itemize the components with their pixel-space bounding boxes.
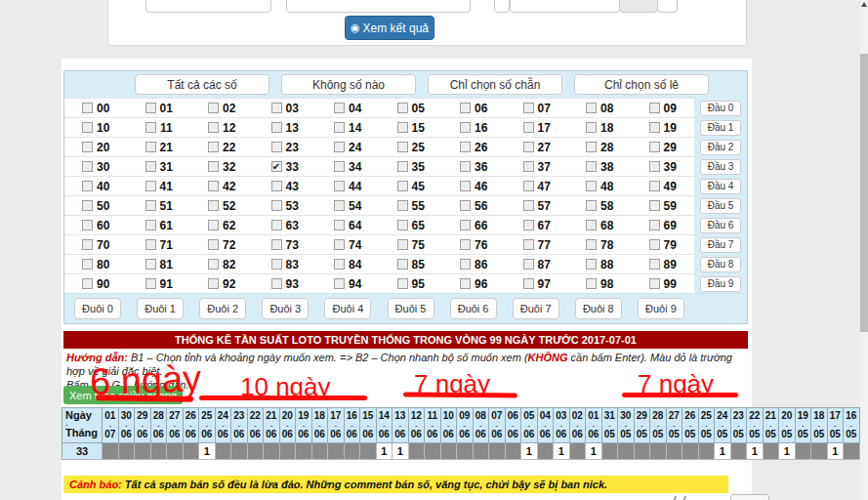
number-cell[interactable]: 07 [506, 99, 569, 117]
number-cell[interactable]: 73 [254, 235, 317, 254]
number-checkbox[interactable] [523, 161, 534, 172]
number-cell[interactable]: 41 [128, 177, 191, 195]
number-checkbox[interactable] [460, 181, 471, 191]
dau-button[interactable]: Đầu 6 [700, 218, 742, 233]
scrollbar-thumb[interactable] [860, 54, 868, 332]
scroll-up-icon[interactable] [861, 2, 867, 7]
number-checkbox[interactable] [145, 181, 156, 191]
number-checkbox[interactable] [334, 161, 345, 172]
quick-select-button[interactable]: Không số nào [281, 74, 416, 95]
number-cell[interactable]: ✔33 [254, 157, 317, 176]
number-cell[interactable]: 92 [190, 274, 254, 293]
number-checkbox[interactable] [208, 122, 219, 133]
quick-select-button[interactable]: Chỉ chọn số chẵn [428, 74, 562, 95]
number-checkbox[interactable] [334, 142, 345, 152]
dau-button[interactable]: Đầu 9 [700, 276, 742, 292]
number-checkbox[interactable]: ✔ [271, 161, 282, 172]
number-checkbox[interactable] [460, 142, 471, 152]
number-cell[interactable]: 62 [190, 216, 254, 234]
number-checkbox[interactable] [460, 200, 471, 211]
number-checkbox[interactable] [82, 103, 93, 113]
number-checkbox[interactable] [82, 142, 93, 152]
number-cell[interactable]: 77 [506, 235, 569, 254]
view-results-button[interactable]: ◉ Xem kết quả [345, 16, 434, 40]
number-cell[interactable]: 03 [254, 99, 317, 117]
number-checkbox[interactable] [460, 122, 471, 133]
vertical-scrollbar[interactable] [860, 0, 868, 500]
number-cell[interactable]: 39 [632, 157, 695, 176]
number-cell[interactable]: 15 [380, 118, 443, 137]
number-cell[interactable]: 58 [568, 196, 632, 215]
number-cell[interactable]: 42 [190, 177, 254, 195]
dau-button[interactable]: Đầu 0 [700, 101, 742, 116]
duoi-button[interactable]: Đuôi 1 [137, 298, 184, 319]
number-checkbox[interactable] [586, 259, 597, 270]
number-cell[interactable]: 18 [568, 118, 632, 137]
number-checkbox[interactable] [649, 142, 660, 152]
number-checkbox[interactable] [145, 200, 156, 211]
number-checkbox[interactable] [523, 181, 534, 191]
number-cell[interactable]: 90 [64, 274, 128, 293]
number-cell[interactable]: 84 [316, 255, 380, 273]
number-cell[interactable]: 14 [316, 118, 380, 137]
number-cell[interactable]: 71 [128, 235, 191, 254]
number-cell[interactable]: 68 [568, 216, 632, 234]
number-checkbox[interactable] [145, 239, 156, 250]
number-checkbox[interactable] [397, 103, 408, 113]
number-cell[interactable]: 47 [506, 177, 569, 195]
number-cell[interactable]: 16 [442, 118, 506, 137]
number-cell[interactable]: 12 [190, 118, 254, 137]
number-cell[interactable]: 28 [568, 138, 632, 156]
number-cell[interactable]: 70 [64, 235, 128, 254]
number-cell[interactable]: 31 [128, 157, 191, 176]
number-cell[interactable]: 06 [442, 99, 506, 117]
number-checkbox[interactable] [82, 122, 93, 133]
number-checkbox[interactable] [271, 278, 282, 289]
number-checkbox[interactable] [586, 239, 597, 250]
number-checkbox[interactable] [649, 161, 660, 172]
number-checkbox[interactable] [586, 142, 597, 152]
number-cell[interactable]: 01 [128, 99, 191, 117]
number-checkbox[interactable] [397, 220, 408, 230]
number-checkbox[interactable] [82, 200, 93, 211]
number-checkbox[interactable] [271, 220, 282, 230]
number-cell[interactable]: 51 [128, 196, 191, 215]
number-checkbox[interactable] [586, 200, 597, 211]
duoi-button[interactable]: Đuôi 0 [74, 298, 121, 319]
number-cell[interactable]: 08 [568, 99, 632, 117]
number-cell[interactable]: 88 [568, 255, 632, 273]
number-cell[interactable]: 97 [506, 274, 569, 293]
duoi-button[interactable]: Đuôi 8 [575, 298, 622, 319]
number-cell[interactable]: 13 [254, 118, 317, 137]
number-checkbox[interactable] [649, 200, 660, 211]
number-checkbox[interactable] [208, 200, 219, 211]
number-checkbox[interactable] [397, 239, 408, 250]
number-cell[interactable]: 98 [568, 274, 632, 293]
province-input[interactable] [145, 0, 271, 13]
number-checkbox[interactable] [334, 200, 345, 211]
duoi-button[interactable]: Đuôi 3 [262, 298, 309, 319]
number-cell[interactable]: 05 [380, 99, 443, 117]
dau-button[interactable]: Đầu 5 [700, 198, 742, 214]
quick-select-button[interactable]: Tất cả các số [135, 74, 269, 95]
number-cell[interactable]: 91 [128, 274, 191, 293]
days-input[interactable] [510, 0, 620, 13]
number-cell[interactable]: 93 [254, 274, 317, 293]
duoi-button[interactable]: Đuôi 9 [638, 298, 684, 319]
number-cell[interactable]: 95 [380, 274, 443, 293]
number-cell[interactable]: 67 [506, 216, 569, 234]
number-checkbox[interactable] [397, 181, 408, 191]
date-range-input[interactable] [286, 0, 471, 13]
number-cell[interactable]: 23 [254, 138, 317, 156]
number-checkbox[interactable] [208, 161, 219, 172]
number-cell[interactable]: 45 [380, 177, 443, 195]
number-checkbox[interactable] [586, 181, 597, 191]
number-checkbox[interactable] [208, 239, 219, 250]
number-checkbox[interactable] [460, 259, 471, 270]
number-cell[interactable]: 09 [632, 99, 695, 117]
stepper-down-button[interactable] [619, 0, 658, 13]
number-checkbox[interactable] [649, 103, 660, 113]
number-cell[interactable]: 76 [442, 235, 506, 254]
number-cell[interactable]: 81 [128, 255, 191, 273]
number-checkbox[interactable] [208, 103, 219, 113]
